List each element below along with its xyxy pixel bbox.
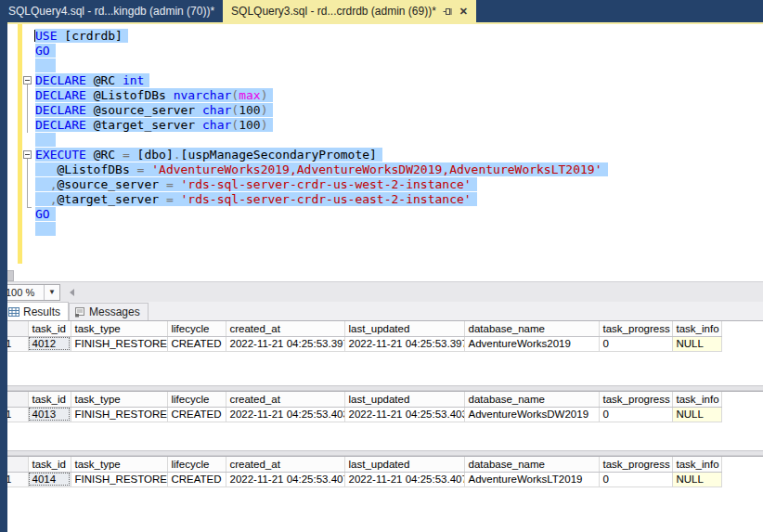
grid-cell[interactable]: 4013 [28, 407, 71, 422]
fold-line [27, 159, 28, 207]
column-header[interactable]: database_name [464, 321, 599, 336]
column-header[interactable]: created_at [226, 457, 344, 472]
grid-cell[interactable]: 0 [599, 472, 672, 487]
editor-bottom-bar: 100 % ▼ [0, 281, 763, 302]
column-header[interactable]: task_id [28, 392, 71, 407]
column-header[interactable]: task_type [71, 321, 167, 336]
code-line: ,@source_server = 'rds-sql-server-crdr-u… [35, 177, 763, 192]
results-grids: task_idtask_typelifecyclecreated_atlast_… [0, 320, 763, 532]
grid-cell[interactable]: FINISH_RESTORE [71, 336, 167, 351]
zoom-level: 100 % [6, 287, 44, 298]
grid-cell[interactable]: 4014 [28, 472, 71, 487]
code-line: EXECUTE @RC = [dbo].[uspManageSecondaryP… [35, 148, 763, 162]
code-line: GO [35, 207, 763, 222]
column-header[interactable]: lifecycle [167, 321, 226, 336]
table-row: 14013FINISH_RESTORECREATED2022-11-21 04:… [2, 407, 721, 422]
code-line: DECLARE @source_server char(100) [35, 103, 763, 118]
column-header[interactable]: database_name [464, 457, 599, 472]
column-header[interactable]: task_type [71, 392, 167, 407]
tab-messages[interactable]: Messages [69, 303, 149, 320]
grid-cell[interactable]: NULL [672, 407, 721, 422]
table-row: 14012FINISH_RESTORECREATED2022-11-21 04:… [2, 336, 721, 351]
tab-label: Messages [89, 305, 140, 318]
code-line: GO [35, 44, 763, 58]
code-line [35, 222, 763, 237]
column-header[interactable]: task_info [672, 457, 721, 472]
column-header[interactable]: task_type [71, 457, 167, 472]
column-header[interactable]: task_id [28, 321, 71, 336]
grid-cell[interactable]: AdventureWorksLT2019 [464, 472, 599, 487]
messages-icon [74, 306, 85, 318]
grid-cell[interactable]: 2022-11-21 04:25:53.397 [226, 336, 344, 351]
document-tab-bar: SQLQuery4.sql - rd...kingdb (admin (70))… [0, 0, 763, 22]
scroll-left-arrow-icon[interactable] [70, 289, 74, 296]
code-line: DECLARE @ListofDBs nvarchar(max) [35, 88, 763, 103]
fold-line [27, 84, 28, 133]
grid-cell[interactable]: AdventureWorks2019 [464, 336, 599, 351]
column-header[interactable]: created_at [226, 321, 344, 336]
close-icon[interactable]: ✕ [459, 6, 468, 18]
grid-cell[interactable]: 0 [599, 407, 672, 422]
dock-edge [0, 22, 7, 532]
table-row: 14014FINISH_RESTORECREATED2022-11-21 04:… [2, 472, 721, 487]
code-line: @ListofDBs = 'AdventureWorks2019,Adventu… [35, 162, 763, 177]
column-header[interactable]: last_updated [344, 321, 464, 336]
code-line: DECLARE @target_server char(100) [35, 118, 763, 133]
grid-cell[interactable]: 2022-11-21 04:25:53.397 [344, 336, 464, 351]
code-line [35, 58, 763, 73]
fold-collapse-icon[interactable] [23, 76, 32, 84]
grid-cell[interactable]: CREATED [167, 336, 226, 351]
tab-sqlquery3[interactable]: SQLQuery3.sql - rd...crdrdb (admin (69))… [223, 0, 476, 22]
fold-line-tick [27, 207, 32, 208]
results-tab-strip: Results Messages [0, 302, 763, 320]
results-grid-icon [8, 306, 19, 318]
sql-editor[interactable]: USE [crdrdb]GO DECLARE @RC intDECLARE @L… [0, 24, 763, 281]
grid-cell[interactable]: CREATED [167, 407, 226, 422]
grid-cell[interactable]: AdventureWorksDW2019 [464, 407, 599, 422]
grid-cell[interactable]: NULL [672, 472, 721, 487]
code-line [35, 133, 763, 148]
grid-cell[interactable]: NULL [672, 336, 721, 351]
code-line: DECLARE @RC int [35, 73, 763, 88]
grid-cell[interactable]: 0 [599, 336, 672, 351]
tab-sqlquery4[interactable]: SQLQuery4.sql - rd...kingdb (admin (70))… [0, 0, 223, 22]
tab-label: SQLQuery3.sql - rd...crdrdb (admin (69))… [231, 5, 436, 18]
grid-cell[interactable]: 2022-11-21 04:25:53.403 [344, 407, 464, 422]
grid-cell[interactable]: 2022-11-21 04:25:53.407 [226, 472, 344, 487]
tab-label: Results [23, 305, 60, 318]
tab-results[interactable]: Results [3, 302, 69, 320]
column-header[interactable]: last_updated [344, 392, 464, 407]
results-grid-pane: task_idtask_typelifecyclecreated_atlast_… [0, 456, 763, 532]
grid-cell[interactable]: 2022-11-21 04:25:53.407 [344, 472, 464, 487]
horizontal-scrollbar[interactable] [60, 284, 763, 301]
grid-cell[interactable]: FINISH_RESTORE [71, 407, 167, 422]
code-line: ,@target_server = 'rds-sql-server-crdr-u… [35, 192, 763, 207]
column-header[interactable]: task_info [672, 321, 721, 336]
grid-cell[interactable]: CREATED [167, 472, 226, 487]
column-header[interactable]: lifecycle [167, 392, 226, 407]
change-tracking-bar [18, 24, 22, 264]
column-header[interactable]: task_id [28, 457, 71, 472]
code-lines[interactable]: USE [crdrdb]GO DECLARE @RC intDECLARE @L… [35, 29, 763, 237]
column-header[interactable]: created_at [226, 392, 344, 407]
fold-collapse-icon[interactable] [23, 150, 32, 159]
grid-cell[interactable]: 4012 [28, 336, 71, 351]
ssms-window: SQLQuery4.sql - rd...kingdb (admin (70))… [0, 0, 763, 532]
results-grid-pane: task_idtask_typelifecyclecreated_atlast_… [0, 320, 763, 385]
column-header[interactable]: task_progress [599, 457, 672, 472]
tab-label: SQLQuery4.sql - rd...kingdb (admin (70))… [8, 5, 214, 18]
column-header[interactable]: task_info [672, 392, 721, 407]
pin-icon[interactable] [443, 6, 453, 17]
chevron-down-icon: ▼ [44, 285, 56, 300]
results-grid-pane: task_idtask_typelifecyclecreated_atlast_… [0, 391, 763, 450]
column-header[interactable]: task_progress [599, 321, 672, 336]
column-header[interactable]: lifecycle [167, 457, 226, 472]
fold-column [23, 24, 35, 281]
column-header[interactable]: database_name [464, 392, 599, 407]
column-header[interactable]: last_updated [344, 457, 464, 472]
code-line: USE [crdrdb] [35, 29, 763, 44]
grid-cell[interactable]: FINISH_RESTORE [71, 472, 167, 487]
zoom-select[interactable]: 100 % ▼ [1, 284, 60, 301]
grid-cell[interactable]: 2022-11-21 04:25:53.403 [226, 407, 344, 422]
column-header[interactable]: task_progress [599, 392, 672, 407]
